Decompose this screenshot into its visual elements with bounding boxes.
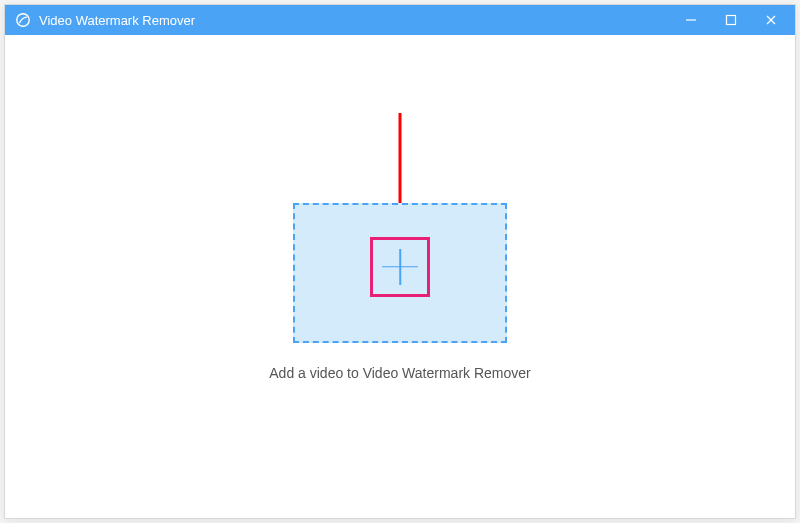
app-title: Video Watermark Remover: [39, 13, 671, 28]
maximize-icon: [725, 14, 737, 26]
close-icon: [765, 14, 777, 26]
close-button[interactable]: [751, 5, 791, 35]
app-logo-icon: [15, 12, 31, 28]
add-video-dropzone[interactable]: [293, 203, 507, 343]
app-window: Video Watermark Remover: [4, 4, 796, 519]
svg-point-0: [17, 14, 29, 26]
titlebar: Video Watermark Remover: [5, 5, 795, 35]
minimize-icon: [685, 14, 697, 26]
maximize-button[interactable]: [711, 5, 751, 35]
svg-rect-2: [727, 16, 736, 25]
minimize-button[interactable]: [671, 5, 711, 35]
window-controls: [671, 5, 791, 35]
main-content: Add a video to Video Watermark Remover: [5, 35, 795, 518]
annotation-highlight-box: [370, 237, 430, 297]
plus-icon: [382, 249, 418, 285]
dropzone-label: Add a video to Video Watermark Remover: [269, 365, 530, 381]
